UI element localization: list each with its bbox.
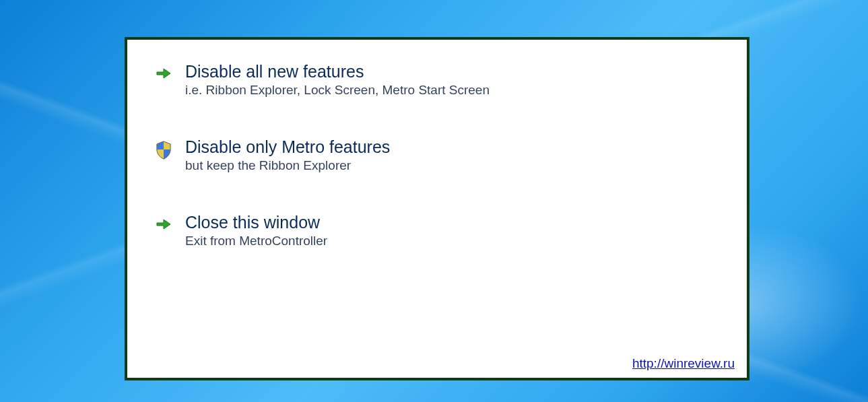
options-list: Disable all new features i.e. Ribbon Exp…: [127, 40, 747, 248]
option-title: Disable all new features: [185, 61, 490, 81]
option-disable-metro[interactable]: Disable only Metro features but keep the…: [154, 137, 720, 173]
option-subtitle: Exit from MetroController: [185, 234, 327, 248]
arrow-right-icon: [154, 61, 173, 81]
option-title: Disable only Metro features: [185, 137, 390, 157]
option-texts: Close this window Exit from MetroControl…: [185, 212, 327, 248]
option-texts: Disable only Metro features but keep the…: [185, 137, 390, 173]
option-disable-all[interactable]: Disable all new features i.e. Ribbon Exp…: [154, 61, 720, 98]
shield-icon: [154, 137, 173, 160]
option-close-window[interactable]: Close this window Exit from MetroControl…: [154, 212, 720, 248]
option-texts: Disable all new features i.e. Ribbon Exp…: [185, 61, 490, 98]
option-subtitle: but keep the Ribbon Explorer: [185, 158, 390, 173]
dialog-window: Disable all new features i.e. Ribbon Exp…: [125, 37, 749, 380]
arrow-right-icon: [154, 212, 173, 232]
option-title: Close this window: [185, 212, 327, 232]
footer-link[interactable]: http://winreview.ru: [632, 356, 735, 371]
desktop-wallpaper: Disable all new features i.e. Ribbon Exp…: [0, 0, 868, 402]
option-subtitle: i.e. Ribbon Explorer, Lock Screen, Metro…: [185, 83, 490, 98]
